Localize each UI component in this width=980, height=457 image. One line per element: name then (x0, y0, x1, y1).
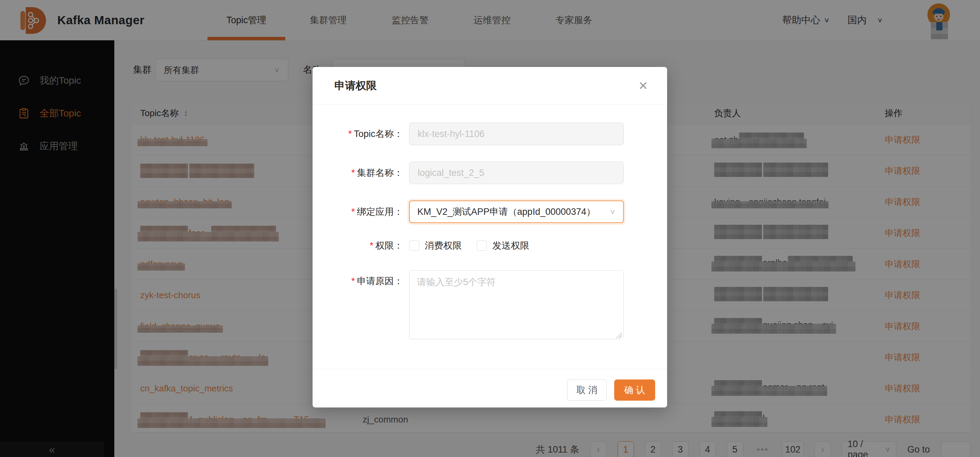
cancel-button[interactable]: 取 消 (567, 379, 607, 401)
modal-header: 申请权限 ✕ (313, 67, 667, 104)
form-row-reason: *申请原因： (313, 270, 667, 340)
apply-reason-textarea[interactable] (409, 270, 624, 339)
modal-body: *Topic名称： klx-test-hyl-1106 *集群名称： logic… (313, 104, 667, 340)
form-row-app: *绑定应用： KM_V2_测试APP申请（appId_00000374） ∨ (313, 200, 667, 223)
app-screen: Kafka Manager Topic管理 集群管理 监控告警 运维管控 专家服… (0, 0, 980, 457)
permission-label: *权限： (313, 240, 403, 252)
send-permission-checkbox[interactable] (477, 240, 487, 251)
required-asterisk: * (351, 207, 355, 217)
chevron-down-icon: ∨ (609, 208, 616, 216)
required-asterisk: * (369, 240, 373, 251)
apply-permission-modal: 申请权限 ✕ *Topic名称： klx-test-hyl-1106 *集群名称… (313, 67, 667, 407)
form-row-cluster: *集群名称： logical_test_2_5 (313, 161, 667, 184)
bind-app-value: KM_V2_测试APP申请（appId_00000374） (417, 206, 595, 218)
modal-footer: 取 消 确 认 (313, 369, 667, 401)
required-asterisk: * (351, 276, 355, 286)
consume-permission-checkbox[interactable] (409, 240, 419, 251)
topic-name-label: *Topic名称： (313, 128, 403, 140)
consume-permission-label[interactable]: 消费权限 (425, 240, 462, 252)
confirm-button[interactable]: 确 认 (614, 379, 655, 401)
permission-options: 消费权限 发送权限 (409, 240, 529, 252)
apply-reason-label: *申请原因： (313, 275, 403, 287)
bind-app-select[interactable]: KM_V2_测试APP申请（appId_00000374） ∨ (409, 200, 624, 223)
required-asterisk: * (351, 168, 355, 178)
topic-name-field: klx-test-hyl-1106 (409, 123, 624, 145)
close-icon[interactable]: ✕ (638, 80, 648, 91)
cluster-name-label: *集群名称： (313, 167, 403, 179)
apply-reason-wrap (409, 270, 624, 340)
required-asterisk: * (348, 129, 352, 139)
bind-app-label: *绑定应用： (313, 206, 403, 218)
send-permission-label[interactable]: 发送权限 (492, 240, 529, 252)
form-row-permissions: *权限： 消费权限 发送权限 (313, 240, 667, 252)
cluster-name-field: logical_test_2_5 (409, 161, 624, 184)
form-row-topic: *Topic名称： klx-test-hyl-1106 (313, 123, 667, 145)
modal-title: 申请权限 (334, 78, 377, 93)
